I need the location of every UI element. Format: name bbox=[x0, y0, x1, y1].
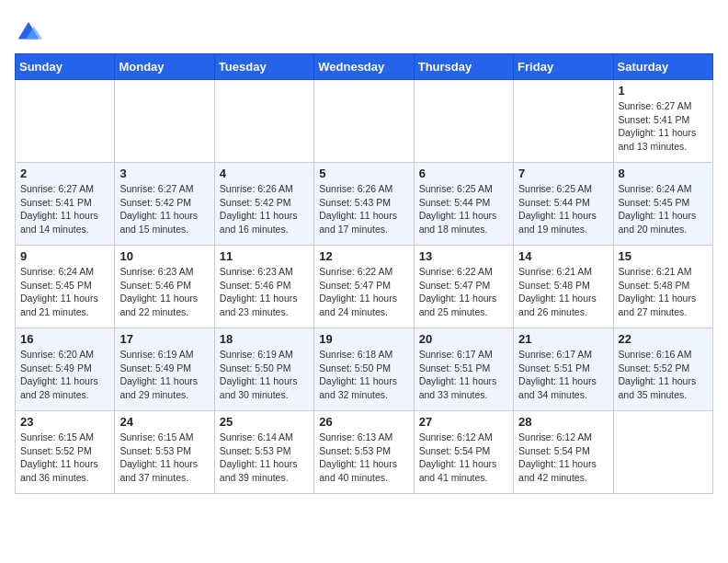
day-info: Sunrise: 6:23 AM Sunset: 5:46 PM Dayligh… bbox=[119, 265, 209, 319]
calendar-cell bbox=[514, 80, 613, 163]
day-number: 16 bbox=[20, 332, 109, 346]
calendar-cell: 11Sunrise: 6:23 AM Sunset: 5:46 PM Dayli… bbox=[214, 246, 313, 328]
day-info: Sunrise: 6:13 AM Sunset: 5:53 PM Dayligh… bbox=[319, 431, 408, 485]
calendar-cell: 8Sunrise: 6:24 AM Sunset: 5:45 PM Daylig… bbox=[613, 163, 712, 246]
calendar-header-row: SundayMondayTuesdayWednesdayThursdayFrid… bbox=[16, 54, 713, 80]
day-number: 27 bbox=[419, 415, 508, 429]
day-number: 9 bbox=[20, 249, 109, 263]
day-number: 12 bbox=[319, 249, 408, 263]
day-info: Sunrise: 6:20 AM Sunset: 5:49 PM Dayligh… bbox=[20, 348, 109, 402]
day-number: 17 bbox=[119, 332, 209, 346]
calendar-cell: 1Sunrise: 6:27 AM Sunset: 5:41 PM Daylig… bbox=[613, 80, 712, 163]
logo-icon bbox=[15, 18, 42, 46]
day-number: 20 bbox=[419, 332, 508, 346]
calendar-cell: 28Sunrise: 6:12 AM Sunset: 5:54 PM Dayli… bbox=[514, 411, 613, 494]
calendar-week-row: 1Sunrise: 6:27 AM Sunset: 5:41 PM Daylig… bbox=[16, 80, 713, 163]
day-info: Sunrise: 6:21 AM Sunset: 5:48 PM Dayligh… bbox=[518, 265, 608, 319]
calendar-cell bbox=[314, 80, 414, 163]
calendar-cell: 21Sunrise: 6:17 AM Sunset: 5:51 PM Dayli… bbox=[514, 328, 613, 411]
calendar-table: SundayMondayTuesdayWednesdayThursdayFrid… bbox=[15, 53, 713, 494]
calendar-cell: 4Sunrise: 6:26 AM Sunset: 5:42 PM Daylig… bbox=[214, 163, 313, 246]
header-thursday: Thursday bbox=[414, 54, 513, 80]
day-number: 5 bbox=[319, 167, 408, 180]
header-wednesday: Wednesday bbox=[314, 54, 414, 80]
day-info: Sunrise: 6:22 AM Sunset: 5:47 PM Dayligh… bbox=[419, 265, 508, 319]
calendar-cell: 3Sunrise: 6:27 AM Sunset: 5:42 PM Daylig… bbox=[115, 163, 214, 246]
calendar-cell bbox=[16, 80, 115, 163]
calendar-cell bbox=[214, 80, 313, 163]
day-info: Sunrise: 6:24 AM Sunset: 5:45 PM Dayligh… bbox=[20, 265, 109, 319]
day-info: Sunrise: 6:12 AM Sunset: 5:54 PM Dayligh… bbox=[419, 431, 508, 485]
day-number: 25 bbox=[220, 415, 309, 429]
calendar-cell bbox=[414, 80, 513, 163]
calendar-cell: 10Sunrise: 6:23 AM Sunset: 5:46 PM Dayli… bbox=[115, 246, 214, 328]
day-number: 2 bbox=[20, 167, 109, 180]
logo bbox=[15, 18, 44, 46]
header-friday: Friday bbox=[514, 54, 613, 80]
calendar-cell: 12Sunrise: 6:22 AM Sunset: 5:47 PM Dayli… bbox=[314, 246, 414, 328]
header-sunday: Sunday bbox=[16, 54, 115, 80]
day-info: Sunrise: 6:17 AM Sunset: 5:51 PM Dayligh… bbox=[518, 348, 608, 402]
calendar-cell: 15Sunrise: 6:21 AM Sunset: 5:48 PM Dayli… bbox=[613, 246, 712, 328]
day-info: Sunrise: 6:15 AM Sunset: 5:53 PM Dayligh… bbox=[119, 431, 209, 485]
page-header bbox=[15, 15, 713, 46]
day-info: Sunrise: 6:21 AM Sunset: 5:48 PM Dayligh… bbox=[619, 265, 708, 319]
calendar-cell: 14Sunrise: 6:21 AM Sunset: 5:48 PM Dayli… bbox=[514, 246, 613, 328]
day-number: 3 bbox=[119, 167, 209, 180]
calendar-cell: 5Sunrise: 6:26 AM Sunset: 5:43 PM Daylig… bbox=[314, 163, 414, 246]
day-number: 18 bbox=[220, 332, 309, 346]
day-info: Sunrise: 6:12 AM Sunset: 5:54 PM Dayligh… bbox=[518, 431, 608, 485]
calendar-cell: 20Sunrise: 6:17 AM Sunset: 5:51 PM Dayli… bbox=[414, 328, 513, 411]
calendar-cell: 23Sunrise: 6:15 AM Sunset: 5:52 PM Dayli… bbox=[16, 411, 115, 494]
day-number: 23 bbox=[20, 415, 109, 429]
day-info: Sunrise: 6:27 AM Sunset: 5:41 PM Dayligh… bbox=[619, 99, 708, 154]
day-number: 21 bbox=[518, 332, 608, 346]
day-info: Sunrise: 6:16 AM Sunset: 5:52 PM Dayligh… bbox=[619, 348, 708, 402]
day-number: 15 bbox=[619, 249, 708, 263]
calendar-cell bbox=[115, 80, 214, 163]
day-info: Sunrise: 6:19 AM Sunset: 5:49 PM Dayligh… bbox=[119, 348, 209, 402]
calendar-cell: 7Sunrise: 6:25 AM Sunset: 5:44 PM Daylig… bbox=[514, 163, 613, 246]
calendar-cell: 24Sunrise: 6:15 AM Sunset: 5:53 PM Dayli… bbox=[115, 411, 214, 494]
day-info: Sunrise: 6:24 AM Sunset: 5:45 PM Dayligh… bbox=[619, 182, 708, 236]
day-number: 19 bbox=[319, 332, 408, 346]
calendar-cell: 25Sunrise: 6:14 AM Sunset: 5:53 PM Dayli… bbox=[214, 411, 313, 494]
calendar-cell: 17Sunrise: 6:19 AM Sunset: 5:49 PM Dayli… bbox=[115, 328, 214, 411]
calendar-week-row: 9Sunrise: 6:24 AM Sunset: 5:45 PM Daylig… bbox=[16, 246, 713, 328]
day-number: 28 bbox=[518, 415, 608, 429]
day-info: Sunrise: 6:15 AM Sunset: 5:52 PM Dayligh… bbox=[20, 431, 109, 485]
header-tuesday: Tuesday bbox=[214, 54, 313, 80]
day-number: 13 bbox=[419, 249, 508, 263]
header-saturday: Saturday bbox=[613, 54, 712, 80]
calendar-week-row: 2Sunrise: 6:27 AM Sunset: 5:41 PM Daylig… bbox=[16, 163, 713, 246]
calendar-cell bbox=[613, 411, 712, 494]
day-info: Sunrise: 6:22 AM Sunset: 5:47 PM Dayligh… bbox=[319, 265, 408, 319]
day-info: Sunrise: 6:26 AM Sunset: 5:42 PM Dayligh… bbox=[220, 182, 309, 236]
calendar-cell: 27Sunrise: 6:12 AM Sunset: 5:54 PM Dayli… bbox=[414, 411, 513, 494]
day-info: Sunrise: 6:19 AM Sunset: 5:50 PM Dayligh… bbox=[220, 348, 309, 402]
day-info: Sunrise: 6:18 AM Sunset: 5:50 PM Dayligh… bbox=[319, 348, 408, 402]
calendar-cell: 19Sunrise: 6:18 AM Sunset: 5:50 PM Dayli… bbox=[314, 328, 414, 411]
day-number: 7 bbox=[518, 167, 608, 180]
calendar-week-row: 23Sunrise: 6:15 AM Sunset: 5:52 PM Dayli… bbox=[16, 411, 713, 494]
day-number: 24 bbox=[119, 415, 209, 429]
day-info: Sunrise: 6:17 AM Sunset: 5:51 PM Dayligh… bbox=[419, 348, 508, 402]
calendar-cell: 9Sunrise: 6:24 AM Sunset: 5:45 PM Daylig… bbox=[16, 246, 115, 328]
day-info: Sunrise: 6:27 AM Sunset: 5:41 PM Dayligh… bbox=[20, 182, 109, 236]
calendar-cell: 2Sunrise: 6:27 AM Sunset: 5:41 PM Daylig… bbox=[16, 163, 115, 246]
day-number: 22 bbox=[619, 332, 708, 346]
day-number: 1 bbox=[619, 84, 708, 98]
calendar-cell: 6Sunrise: 6:25 AM Sunset: 5:44 PM Daylig… bbox=[414, 163, 513, 246]
calendar-cell: 26Sunrise: 6:13 AM Sunset: 5:53 PM Dayli… bbox=[314, 411, 414, 494]
calendar-week-row: 16Sunrise: 6:20 AM Sunset: 5:49 PM Dayli… bbox=[16, 328, 713, 411]
day-info: Sunrise: 6:26 AM Sunset: 5:43 PM Dayligh… bbox=[319, 182, 408, 236]
day-number: 4 bbox=[220, 167, 309, 180]
day-info: Sunrise: 6:27 AM Sunset: 5:42 PM Dayligh… bbox=[119, 182, 209, 236]
calendar-cell: 22Sunrise: 6:16 AM Sunset: 5:52 PM Dayli… bbox=[613, 328, 712, 411]
day-number: 14 bbox=[518, 249, 608, 263]
day-number: 6 bbox=[419, 167, 508, 180]
day-info: Sunrise: 6:25 AM Sunset: 5:44 PM Dayligh… bbox=[419, 182, 508, 236]
day-number: 8 bbox=[619, 167, 708, 180]
day-number: 11 bbox=[220, 249, 309, 263]
calendar-cell: 16Sunrise: 6:20 AM Sunset: 5:49 PM Dayli… bbox=[16, 328, 115, 411]
